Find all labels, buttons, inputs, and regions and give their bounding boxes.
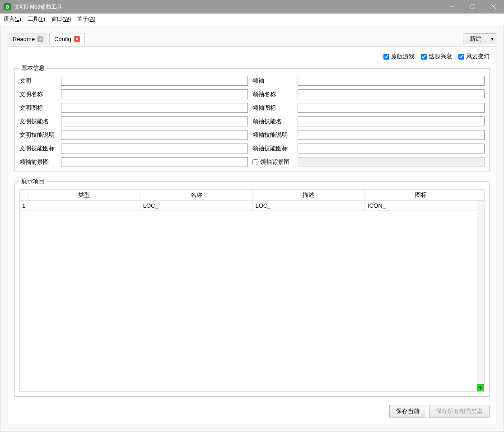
- input-leader-fg[interactable]: [61, 157, 248, 167]
- checkbox-gathering[interactable]: 风云变幻: [458, 52, 490, 60]
- input-civ-skill-desc[interactable]: [61, 130, 248, 140]
- save-current-button[interactable]: 保存当前: [389, 405, 426, 418]
- save-all-same-type-button: 保存所有相同类型: [429, 405, 490, 418]
- tab-label: Readme: [13, 36, 35, 42]
- checkbox-gathering-input[interactable]: [458, 54, 464, 60]
- label-civ-skill-name: 文明技能名: [19, 117, 56, 125]
- content-area: Readme × Config × 新建 ▾ 原版游戏 迭: [0, 25, 504, 432]
- label-leader-skill-name: 领袖技能名: [252, 117, 293, 125]
- menubar: 语言(L) 工具(T) 窗口(W) 关于(A): [0, 14, 504, 25]
- scrollbar[interactable]: [477, 201, 484, 391]
- input-leader-skill-name[interactable]: [298, 116, 485, 126]
- label-leader-skill-desc: 领袖技能说明: [252, 131, 293, 139]
- header-icon[interactable]: 图标: [365, 190, 477, 200]
- table-body: 1 LOC_ LOC_ ICON_ +: [20, 201, 484, 391]
- label-civ: 文明: [19, 77, 56, 85]
- table-row[interactable]: 1 LOC_ LOC_ ICON_: [20, 201, 484, 211]
- new-button-dropdown[interactable]: ▾: [488, 33, 496, 44]
- cell-desc[interactable]: LOC_: [253, 201, 365, 210]
- input-civ-icon[interactable]: [61, 103, 248, 113]
- tab-label: Config: [54, 36, 71, 42]
- new-button-label: 新建: [470, 35, 481, 43]
- label-leader-bg: 领袖背景图: [260, 158, 289, 166]
- label-leader-skill-icon: 领袖技能图标: [252, 144, 293, 153]
- close-button[interactable]: [483, 0, 504, 14]
- display-fieldset: 展示项目 类型 名称 描述 图标 1 LOC_ LOC_ ICO: [14, 177, 490, 397]
- label-civ-icon: 文明图标: [19, 104, 56, 112]
- cell-name[interactable]: LOC_: [140, 201, 253, 210]
- basic-info-legend: 基本信息: [19, 64, 47, 72]
- chevron-down-icon: ▾: [491, 36, 494, 42]
- checkbox-vanilla[interactable]: 原版游戏: [383, 52, 415, 60]
- input-leader-skill-icon[interactable]: [298, 144, 485, 153]
- header-type[interactable]: 类型: [28, 190, 140, 200]
- maximize-button[interactable]: [462, 0, 483, 14]
- add-row-button[interactable]: +: [477, 384, 484, 391]
- dlc-checkboxes: 原版游戏 迭起兴衰 风云变幻: [14, 52, 490, 60]
- titlebar: ⚙ 文明6 Mod辅助工具: [0, 0, 504, 14]
- new-button[interactable]: 新建: [463, 33, 488, 44]
- label-leader-name: 领袖名称: [252, 90, 293, 98]
- menu-about[interactable]: 关于(A): [77, 15, 95, 23]
- svg-rect-1: [471, 5, 475, 9]
- tab-bar: Readme × Config ×: [8, 33, 86, 45]
- label-civ-skill-desc: 文明技能说明: [19, 131, 56, 139]
- cell-type[interactable]: [28, 201, 140, 210]
- checkbox-risefall[interactable]: 迭起兴衰: [421, 52, 452, 60]
- label-leader: 领袖: [252, 77, 293, 85]
- input-civ[interactable]: [61, 76, 248, 86]
- row-index: 1: [20, 201, 28, 210]
- input-leader[interactable]: [298, 76, 485, 86]
- app-icon: ⚙: [4, 3, 11, 10]
- menu-language[interactable]: 语言(L): [4, 15, 21, 23]
- close-icon[interactable]: ×: [74, 36, 80, 42]
- input-leader-bg: [298, 157, 485, 167]
- input-civ-skill-name[interactable]: [61, 116, 248, 126]
- table-header: 类型 名称 描述 图标: [20, 190, 484, 201]
- input-leader-skill-desc[interactable]: [298, 130, 485, 140]
- header-name[interactable]: 名称: [140, 190, 253, 200]
- display-legend: 展示项目: [19, 177, 47, 186]
- close-icon[interactable]: ×: [37, 36, 43, 42]
- tab-readme[interactable]: Readme ×: [8, 33, 48, 45]
- tab-config[interactable]: Config ×: [49, 33, 85, 45]
- header-desc[interactable]: 描述: [253, 190, 365, 200]
- basic-info-fieldset: 基本信息 文明 领袖 文明名称 领袖名称 文明图标 领袖图标 文明技能名 领袖技…: [14, 64, 490, 172]
- menu-tools[interactable]: 工具(T): [28, 15, 45, 23]
- menu-window[interactable]: 窗口(W): [51, 15, 71, 23]
- checkbox-leader-bg[interactable]: [252, 159, 258, 165]
- cell-icon[interactable]: ICON_: [365, 201, 477, 210]
- checkbox-vanilla-input[interactable]: [383, 54, 389, 60]
- input-leader-icon[interactable]: [298, 103, 485, 113]
- window-title: 文明6 Mod辅助工具: [14, 3, 442, 11]
- label-civ-name: 文明名称: [19, 90, 56, 98]
- minimize-button[interactable]: [442, 0, 462, 14]
- label-leader-icon: 领袖图标: [252, 104, 293, 112]
- label-leader-fg: 领袖前景图: [19, 158, 56, 166]
- main-panel: 原版游戏 迭起兴衰 风云变幻 基本信息 文明 领袖 文明名称 领袖名称: [8, 46, 496, 424]
- bottom-button-bar: 保存当前 保存所有相同类型: [14, 405, 490, 418]
- label-civ-skill-icon: 文明技能图标: [19, 144, 56, 153]
- checkbox-risefall-input[interactable]: [421, 54, 427, 60]
- input-civ-skill-icon[interactable]: [61, 144, 248, 153]
- input-leader-name[interactable]: [298, 89, 485, 99]
- display-table: 类型 名称 描述 图标 1 LOC_ LOC_ ICON_: [19, 189, 485, 392]
- input-civ-name[interactable]: [61, 89, 248, 99]
